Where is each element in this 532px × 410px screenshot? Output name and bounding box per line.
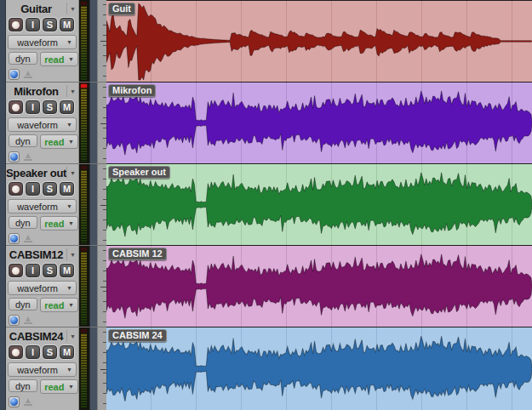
meter-clip-led[interactable] (81, 84, 87, 88)
daw-edit-window: Guitar ▼ I S M waveform ▼ dyn read ▼ (0, 0, 532, 410)
chevron-down-icon: ▼ (66, 367, 76, 373)
waveform-lane[interactable]: CABSIM 12 (106, 245, 532, 327)
waveform-lane[interactable]: CABSIM 24 (106, 327, 532, 410)
track-footer-row (9, 233, 78, 244)
dyn-button[interactable]: dyn (9, 379, 37, 392)
record-arm-button[interactable] (9, 345, 23, 359)
record-arm-button[interactable] (9, 18, 23, 31)
meter-column (81, 6, 87, 80)
automation-mode-label: read (41, 54, 68, 65)
record-arm-button[interactable] (9, 100, 23, 114)
dyn-button[interactable]: dyn (9, 134, 37, 147)
track-name[interactable]: CABSIM24 (6, 330, 66, 343)
track-view-label: waveform (9, 365, 66, 375)
meter-clip-led[interactable] (81, 329, 87, 333)
solo-button[interactable]: S (43, 100, 57, 114)
track-row: CABSIM24 ▼ I S M waveform ▼ dyn read ▼ (0, 327, 532, 410)
track-view-selector[interactable]: waveform ▼ (8, 117, 77, 132)
chevron-down-icon: ▼ (68, 220, 77, 226)
track-name[interactable]: Speaker out (6, 167, 66, 179)
track-row: CABSIM12 ▼ I S M waveform ▼ dyn read ▼ (0, 245, 532, 327)
track-name[interactable]: Mikrofon (6, 85, 66, 98)
waveform-lane[interactable]: Mikrofon (106, 82, 532, 163)
track-view-label: waveform (9, 120, 66, 130)
automation-disclosure-icon[interactable] (24, 153, 32, 161)
input-monitor-button[interactable]: I (26, 18, 40, 31)
voice-indicator-button[interactable] (9, 315, 20, 326)
track-options-chevron-icon[interactable]: ▼ (66, 330, 78, 342)
track-view-selector[interactable]: waveform ▼ (8, 199, 77, 214)
waveform-lane[interactable]: Guit (106, 0, 532, 82)
amplitude-ruler (97, 245, 106, 327)
track-options-chevron-icon[interactable]: ▼ (66, 85, 78, 97)
automation-row: dyn read ▼ (9, 216, 78, 231)
header-lane-divider (89, 82, 97, 163)
dyn-button[interactable]: dyn (9, 216, 37, 229)
track-name[interactable]: CABSIM12 (6, 248, 66, 261)
automation-disclosure-icon[interactable] (24, 235, 32, 242)
solo-button[interactable]: S (43, 182, 57, 196)
track-name-row: Mikrofon ▼ (6, 83, 78, 99)
track-name[interactable]: Guitar (6, 3, 66, 15)
voice-dot-icon (10, 153, 18, 161)
track-options-chevron-icon[interactable]: ▼ (66, 167, 78, 179)
voice-indicator-button[interactable] (9, 69, 20, 80)
track-header-panel: Speaker out ▼ I S M waveform ▼ dyn read … (6, 163, 79, 245)
automation-disclosure-icon[interactable] (24, 71, 32, 78)
automation-mode-selector[interactable]: read ▼ (40, 134, 78, 149)
clip-name-badge: Mikrofon (108, 84, 156, 97)
meter-clip-led[interactable] (81, 248, 87, 251)
mute-button[interactable]: M (60, 345, 74, 359)
track-header-panel: CABSIM24 ▼ I S M waveform ▼ dyn read ▼ (6, 327, 79, 410)
solo-button[interactable]: S (43, 18, 57, 31)
automation-row: dyn read ▼ (9, 52, 78, 66)
dyn-button[interactable]: dyn (9, 298, 37, 310)
automation-mode-selector[interactable]: read ▼ (40, 298, 78, 312)
automation-disclosure-icon[interactable] (24, 398, 32, 406)
meter-column (81, 252, 87, 325)
automation-mode-selector[interactable]: read ▼ (40, 379, 78, 394)
chevron-down-icon: ▼ (66, 285, 76, 291)
track-view-label: waveform (9, 37, 66, 48)
automation-row: dyn read ▼ (9, 298, 78, 312)
input-monitor-button[interactable]: I (26, 345, 40, 359)
record-arm-button[interactable] (9, 264, 23, 277)
mute-button[interactable]: M (60, 100, 74, 114)
record-dot-icon (12, 21, 20, 29)
automation-mode-selector[interactable]: read ▼ (40, 52, 78, 66)
input-monitor-button[interactable]: I (26, 182, 40, 196)
input-monitor-button[interactable]: I (26, 264, 40, 277)
track-view-selector[interactable]: waveform ▼ (8, 281, 77, 295)
mute-button[interactable]: M (60, 182, 74, 196)
input-monitor-button[interactable]: I (26, 100, 40, 114)
level-meter (79, 0, 89, 82)
header-lane-divider (89, 245, 97, 327)
clip-name-badge: CABSIM 12 (108, 248, 167, 260)
record-arm-button[interactable] (9, 182, 23, 196)
track-header-panel: Mikrofon ▼ I S M waveform ▼ dyn read ▼ (6, 82, 79, 163)
voice-indicator-button[interactable] (9, 151, 20, 162)
voice-indicator-button[interactable] (9, 396, 20, 407)
track-options-chevron-icon[interactable]: ▼ (66, 3, 78, 14)
voice-dot-icon (10, 398, 18, 406)
meter-clip-led[interactable] (81, 2, 87, 5)
mute-button[interactable]: M (60, 18, 74, 31)
automation-mode-selector[interactable]: read ▼ (40, 216, 78, 231)
level-meter (79, 245, 89, 327)
mute-button[interactable]: M (60, 264, 74, 277)
track-view-selector[interactable]: waveform ▼ (8, 35, 77, 49)
track-options-chevron-icon[interactable]: ▼ (66, 248, 78, 260)
automation-disclosure-icon[interactable] (24, 316, 32, 324)
waveform-graphic (106, 327, 532, 410)
level-meter (79, 327, 89, 410)
solo-button[interactable]: S (43, 264, 57, 277)
track-button-row: I S M (9, 182, 78, 196)
dyn-button[interactable]: dyn (9, 52, 37, 65)
solo-button[interactable]: S (43, 345, 57, 359)
track-view-selector[interactable]: waveform ▼ (8, 362, 77, 377)
track-header-panel: Guitar ▼ I S M waveform ▼ dyn read ▼ (6, 0, 79, 82)
voice-dot-icon (10, 316, 18, 324)
meter-clip-led[interactable] (81, 166, 87, 169)
waveform-lane[interactable]: Speaker out (106, 163, 532, 245)
voice-indicator-button[interactable] (9, 233, 20, 244)
